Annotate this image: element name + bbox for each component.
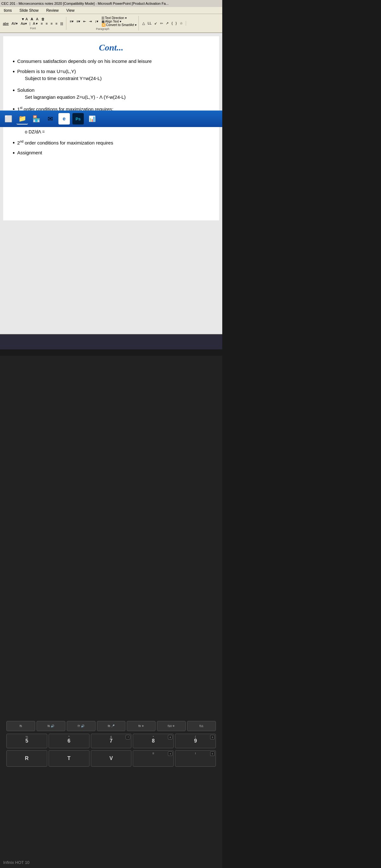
align-justify[interactable]: ≡	[55, 21, 58, 26]
shape4-btn[interactable]: {	[170, 21, 174, 25]
font-color[interactable]: A ▾	[32, 21, 39, 26]
key-7-badge: 7	[126, 735, 130, 739]
align-text-btn[interactable]: ▦ Align Text ▾	[102, 20, 136, 23]
key-5-top: %	[25, 735, 28, 738]
shape5-btn[interactable]: }	[174, 21, 178, 25]
key-9-badge: 9	[210, 735, 215, 739]
text-direction-btn[interactable]: ||| Text Direction ▾	[102, 16, 136, 20]
f10-label: f10 ✳	[168, 724, 175, 727]
key-num5[interactable]: I 5	[175, 750, 216, 767]
fn-key-f9[interactable]: f9 ✳	[127, 721, 156, 731]
text-direction-group: ||| Text Direction ▾ ▦ Align Text ▾ 🔀 Co…	[102, 16, 136, 27]
increase-indent[interactable]: ⇥	[88, 19, 93, 24]
paragraph-group: ≡▾ ≡▾ ⇤ ⇥ ↕▾ ||| Text Direction ▾ ▦ Alig…	[69, 16, 139, 30]
numbering-btn[interactable]: ≡▾	[75, 19, 81, 24]
menu-item-slideshow[interactable]: Slide Show	[18, 8, 40, 13]
font-toolbar-row2: abe AV▾ Aa▾ | A ▾ ≡ ≡ ≡ ≡ |||	[2, 21, 64, 26]
bullet-dot-1: •	[13, 58, 14, 65]
align-center[interactable]: ≡	[45, 21, 49, 26]
taskbar-photoshop[interactable]: Ps	[72, 113, 84, 124]
key-r[interactable]: R	[6, 750, 47, 767]
bullet-text-5: 2nd order conditions for maximization re…	[17, 139, 113, 147]
key-v-label: V	[109, 755, 113, 761]
window-title: CEC 201 - Microeconomics notes 2020 [Com…	[1, 2, 168, 5]
key-6[interactable]: ^ 6	[49, 734, 90, 748]
bullet-text-3: Solution	[17, 87, 126, 94]
align-text-icon: ▦	[102, 20, 104, 23]
key-8-badge: 8	[168, 735, 172, 739]
sub-text-3: Set lagrangian equation Z=u(L,Y) - Λ (Y-…	[25, 94, 126, 101]
fn-key-f6[interactable]: f6 🔊	[36, 721, 65, 731]
taskbar-app[interactable]: 📊	[86, 113, 98, 124]
taskbar-store[interactable]: 🏪	[30, 113, 42, 124]
font-size-select[interactable]: ▼ A	[20, 17, 29, 21]
num-row: % 5 ^ 6 & 7 7 * 8 8 ( 9 9	[3, 734, 219, 748]
columns[interactable]: |||	[59, 21, 64, 26]
key-num5-badge: 5	[210, 751, 215, 756]
taskbar-edge[interactable]: e	[58, 113, 70, 124]
font-bold[interactable]: A	[30, 17, 34, 21]
key-r-label: R	[25, 755, 29, 761]
bullet-2-content: Problem is to max U=u(L,Y) Subject to ti…	[17, 68, 102, 84]
bullet-text-6: Assignment	[17, 149, 42, 157]
font-smaller[interactable]: A	[35, 17, 39, 21]
taskbar-multitask[interactable]: ⬜	[3, 113, 14, 124]
key-7[interactable]: & 7 7	[91, 734, 132, 748]
convert-smartart-btn[interactable]: 🔀 Convert to SmartArt ▾	[102, 23, 136, 27]
clear-format[interactable]: 🗑	[40, 17, 46, 21]
align-right[interactable]: ≡	[50, 21, 53, 26]
taskbar-files[interactable]: 📁	[17, 113, 28, 124]
f5-label: f5	[20, 724, 22, 727]
key-5[interactable]: % 5	[6, 734, 47, 748]
bullet-dot-3: •	[13, 87, 14, 94]
font-aa[interactable]: Aa▾	[20, 21, 28, 26]
ll-btn[interactable]: LL	[147, 21, 152, 25]
drawing-toolbar: △ LL ↙ ⇦ ↗ { } ☆	[141, 21, 184, 26]
sub-item-4c: o DZ/dΛ =	[25, 129, 113, 135]
shape3-btn[interactable]: ↗	[165, 21, 169, 26]
sub-text-4c: o DZ/dΛ =	[25, 129, 45, 135]
fn-key-f8[interactable]: f8 🎤	[97, 721, 126, 731]
fn-key-f7[interactable]: f7 🔊	[67, 721, 96, 731]
key-v[interactable]: V	[91, 750, 132, 767]
align-left[interactable]: ≡	[40, 21, 43, 26]
key-num4[interactable]: II 4	[133, 750, 174, 767]
sub-text-2: Subject to time constraint Y=w(24-L)	[25, 75, 102, 82]
line-spacing[interactable]: ↕▾	[94, 19, 99, 24]
taskbar-mail[interactable]: ✉	[44, 113, 56, 124]
key-8[interactable]: * 8 8	[133, 734, 174, 748]
key-9-top: (	[195, 735, 196, 738]
arrow-btn[interactable]: ↙	[153, 21, 158, 26]
key-t[interactable]: T	[49, 750, 90, 767]
text-direction-icon: |||	[102, 16, 104, 20]
fn-key-f5[interactable]: f5	[6, 721, 35, 731]
key-9[interactable]: ( 9 9	[175, 734, 216, 748]
title-bar: CEC 201 - Microeconomics notes 2020 [Com…	[0, 0, 222, 7]
bullet-2: • Problem is to max U=u(L,Y) Subject to …	[13, 68, 210, 84]
menu-item-review[interactable]: Review	[45, 8, 60, 13]
key-num4-top: II	[152, 752, 154, 755]
triangle-btn[interactable]: △	[141, 21, 146, 26]
slide: Cont... • Consumers satisfaction depends…	[3, 36, 219, 220]
font-spacing[interactable]: AV▾	[10, 21, 19, 26]
laptop-bezel-bottom: hp	[0, 334, 222, 349]
slide-area: Cont... • Consumers satisfaction depends…	[0, 33, 222, 349]
star-btn[interactable]: ☆	[179, 21, 184, 26]
fn-key-f10[interactable]: f10 ✳	[157, 721, 186, 731]
phone-brand: Infinix HOT 10	[3, 860, 30, 865]
decrease-indent[interactable]: ⇤	[82, 19, 87, 24]
paragraph-group-label: Paragraph	[96, 27, 109, 30]
menu-item-transitions[interactable]: tions	[3, 8, 13, 13]
sup-nd: nd	[20, 140, 24, 143]
font-underline[interactable]: abe	[2, 21, 9, 26]
menu-item-view[interactable]: View	[65, 8, 76, 13]
slide-title: Cont...	[13, 42, 210, 53]
shape2-btn[interactable]: ⇦	[159, 21, 164, 26]
menu-bar: tions Slide Show Review View	[0, 7, 222, 14]
fn-key-f11[interactable]: f11	[187, 721, 216, 731]
taskbar: ⬜ 📁 🏪 ✉ e Ps 📊	[0, 111, 222, 127]
laptop-screen: CEC 201 - Microeconomics notes 2020 [Com…	[0, 0, 222, 349]
bullets-btn[interactable]: ≡▾	[69, 19, 74, 24]
bullet-dot-2: •	[13, 69, 14, 75]
key-8-top: *	[153, 735, 154, 738]
